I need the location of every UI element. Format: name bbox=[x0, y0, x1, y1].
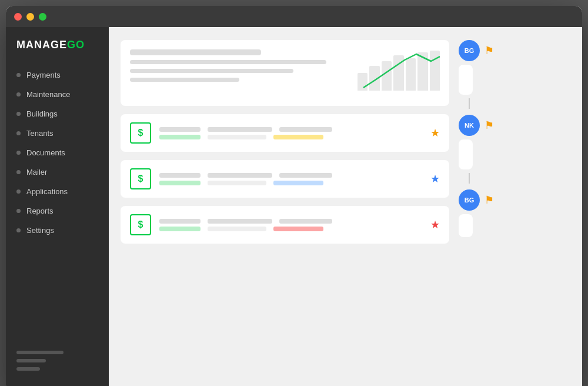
list-card-content-1 bbox=[159, 127, 422, 139]
nav-dot bbox=[16, 209, 21, 213]
avatar-nk: NK bbox=[459, 115, 480, 136]
logo-manage: MANAGE bbox=[16, 39, 67, 51]
nav-dot bbox=[16, 112, 21, 116]
avatar-bg-2: BG bbox=[459, 189, 480, 211]
list-title-bar-1 bbox=[159, 127, 201, 132]
list-meta-bar-2 bbox=[279, 173, 332, 178]
sidebar-item-maintenance[interactable]: Maintenance bbox=[6, 85, 109, 104]
sidebar-bar-3 bbox=[16, 367, 40, 371]
sidebar-item-reports[interactable]: Reports bbox=[6, 201, 109, 221]
nav-label-documents: Documents bbox=[26, 148, 65, 157]
nav-label-maintenance: Maintenance bbox=[26, 90, 70, 99]
chart-bar-2 bbox=[130, 60, 326, 64]
list-row-top-2 bbox=[159, 173, 422, 178]
sidebar-item-buildings[interactable]: Buildings bbox=[6, 104, 109, 124]
list-sub-bar-2a bbox=[208, 181, 266, 185]
left-panel: $ ★ bbox=[121, 40, 449, 379]
chart-area bbox=[358, 49, 440, 96]
list-desc-bar-2 bbox=[208, 173, 272, 178]
list-status-bar-3 bbox=[159, 227, 201, 231]
flag-icon-2: ⚑ bbox=[485, 119, 494, 132]
chart-card bbox=[121, 40, 449, 106]
dollar-icon-2: $ bbox=[130, 168, 151, 189]
line-chart-svg bbox=[358, 49, 440, 96]
nav-label-buildings: Buildings bbox=[26, 109, 58, 118]
list-sub-bar-3b bbox=[273, 227, 323, 231]
list-desc-bar-1 bbox=[208, 127, 272, 132]
chart-text bbox=[130, 49, 348, 82]
list-card-content-3 bbox=[159, 219, 422, 231]
right-panel: BG ⚑ NK ⚑ bbox=[459, 40, 570, 379]
timeline-header-2: NK ⚑ bbox=[459, 115, 494, 136]
right-card-2 bbox=[459, 139, 473, 169]
sidebar-item-settings[interactable]: Settings bbox=[6, 221, 109, 240]
minimize-button[interactable] bbox=[26, 13, 34, 21]
nav-dot bbox=[16, 73, 21, 77]
star-icon-1: ★ bbox=[430, 127, 440, 139]
list-row-bottom-2 bbox=[159, 181, 422, 185]
timeline-item-2: NK ⚑ bbox=[459, 115, 570, 184]
list-card-3: $ ★ bbox=[121, 206, 449, 244]
sidebar-bar-2 bbox=[16, 359, 46, 362]
sidebar-item-documents[interactable]: Documents bbox=[6, 143, 109, 162]
list-card-1: $ ★ bbox=[121, 114, 449, 152]
list-row-top-3 bbox=[159, 219, 422, 224]
list-title-bar-2 bbox=[159, 173, 201, 178]
nav-dot bbox=[16, 189, 21, 194]
list-card-2: $ ★ bbox=[121, 160, 449, 198]
nav-dot bbox=[16, 131, 21, 135]
sidebar-bottom bbox=[6, 341, 109, 380]
avatar-bg-1: BG bbox=[459, 40, 480, 61]
nav-dot bbox=[16, 170, 21, 174]
sidebar-item-applications[interactable]: Applications bbox=[6, 182, 109, 201]
timeline-line-2 bbox=[469, 173, 470, 184]
chart-bar-1 bbox=[130, 49, 261, 55]
chart-bar-4 bbox=[130, 78, 239, 82]
sidebar-item-payments[interactable]: Payments bbox=[6, 65, 109, 85]
list-status-bar-2 bbox=[159, 181, 201, 185]
sidebar-item-tenants[interactable]: Tenants bbox=[6, 124, 109, 143]
titlebar bbox=[6, 6, 582, 27]
nav-dot bbox=[16, 228, 21, 232]
list-meta-bar-1 bbox=[279, 127, 332, 132]
timeline-item-3: BG ⚑ bbox=[459, 189, 570, 237]
sidebar-bar-1 bbox=[16, 351, 64, 354]
app-container: MANAGEGO Payments Maintenance Buildings … bbox=[6, 27, 582, 386]
list-sub-bar-2b bbox=[273, 181, 323, 185]
chart-bar-3 bbox=[130, 69, 293, 73]
close-button[interactable] bbox=[14, 13, 22, 21]
nav-label-applications: Applications bbox=[26, 187, 68, 196]
maximize-button[interactable] bbox=[39, 13, 46, 21]
list-meta-bar-3 bbox=[279, 219, 332, 224]
list-row-top-1 bbox=[159, 127, 422, 132]
list-title-bar-3 bbox=[159, 219, 201, 224]
flag-icon-3: ⚑ bbox=[485, 194, 494, 207]
timeline-header-1: BG ⚑ bbox=[459, 40, 494, 61]
sidebar: MANAGEGO Payments Maintenance Buildings … bbox=[6, 27, 109, 386]
list-row-bottom-1 bbox=[159, 135, 422, 139]
list-sub-bar-1a bbox=[208, 135, 266, 139]
star-icon-2: ★ bbox=[430, 172, 440, 185]
flag-icon-1: ⚑ bbox=[485, 44, 494, 57]
list-row-bottom-3 bbox=[159, 227, 422, 231]
nav-label-mailer: Mailer bbox=[26, 168, 47, 177]
nav-label-reports: Reports bbox=[26, 207, 54, 215]
dollar-icon-1: $ bbox=[130, 122, 151, 144]
list-card-content-2 bbox=[159, 173, 422, 185]
list-status-bar-1 bbox=[159, 135, 201, 139]
sidebar-item-mailer[interactable]: Mailer bbox=[6, 162, 109, 182]
logo: MANAGEGO bbox=[6, 39, 109, 65]
app-window: MANAGEGO Payments Maintenance Buildings … bbox=[6, 6, 582, 386]
timeline-line-1 bbox=[469, 98, 470, 109]
nav-label-payments: Payments bbox=[26, 71, 61, 79]
right-card-1 bbox=[459, 65, 473, 95]
timeline-item-1: BG ⚑ bbox=[459, 40, 570, 109]
logo-go: GO bbox=[67, 39, 85, 51]
right-card-3 bbox=[459, 214, 473, 237]
list-sub-bar-3a bbox=[208, 227, 266, 231]
nav-label-settings: Settings bbox=[26, 226, 54, 235]
list-sub-bar-1b bbox=[273, 135, 323, 139]
timeline-header-3: BG ⚑ bbox=[459, 189, 494, 211]
star-icon-3: ★ bbox=[430, 218, 440, 231]
nav-dot bbox=[16, 151, 21, 155]
